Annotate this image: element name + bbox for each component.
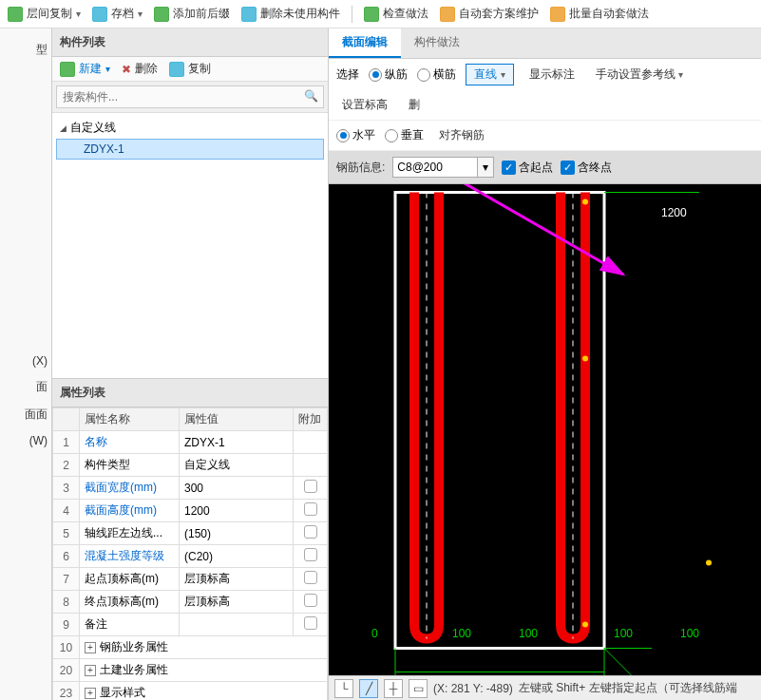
checkbox[interactable] bbox=[304, 594, 317, 607]
layer-copy-icon bbox=[8, 7, 23, 22]
checkbox[interactable] bbox=[304, 480, 317, 493]
table-row[interactable]: 3截面宽度(mm)300 bbox=[53, 477, 328, 500]
radio-horizontal[interactable]: 水平 bbox=[336, 127, 375, 143]
property-table: 属性名称 属性值 附加 1名称ZDYX-12构件类型自定义线3截面宽度(mm)3… bbox=[52, 407, 328, 700]
include-end-check[interactable]: ✓含终点 bbox=[561, 160, 612, 176]
rebar-info-label: 钢筋信息: bbox=[336, 160, 385, 176]
table-row[interactable]: 1名称ZDYX-1 bbox=[53, 431, 328, 454]
sidebar-row[interactable]: 面面 bbox=[0, 401, 51, 428]
status-tool-3[interactable]: ┼ bbox=[384, 679, 403, 698]
tree-parent[interactable]: 自定义线 bbox=[56, 117, 324, 139]
tree-child-selected[interactable]: ZDYX-1 bbox=[56, 139, 324, 160]
table-row[interactable]: 7起点顶标高(m)层顶标高 bbox=[53, 568, 328, 591]
sidebar-row[interactable]: 型 bbox=[0, 36, 51, 64]
archive-button[interactable]: 存档▾ bbox=[92, 6, 143, 22]
batch-auto-button[interactable]: 批量自动套做法 bbox=[550, 6, 649, 22]
status-tool-2[interactable]: ╱ bbox=[359, 679, 378, 698]
svg-text:100: 100 bbox=[614, 627, 633, 640]
include-start-check[interactable]: ✓含起点 bbox=[502, 160, 553, 176]
right-tabs: 截面编辑 构件做法 bbox=[329, 28, 761, 59]
copy-button[interactable]: 复制 bbox=[169, 61, 211, 77]
table-row[interactable]: 5轴线距左边线...(150) bbox=[53, 522, 328, 545]
delete-unused-icon bbox=[241, 7, 257, 22]
tab-component-method[interactable]: 构件做法 bbox=[401, 28, 473, 58]
checkbox[interactable] bbox=[304, 502, 317, 516]
show-mark-button[interactable]: 显示标注 bbox=[523, 65, 580, 85]
new-button[interactable]: 新建▾ bbox=[60, 61, 110, 77]
search-input[interactable] bbox=[56, 85, 324, 108]
checkbox[interactable] bbox=[304, 571, 317, 584]
table-row[interactable]: 2构件类型自定义线 bbox=[53, 454, 328, 477]
table-row[interactable]: 4截面高度(mm)1200 bbox=[53, 500, 328, 522]
rebar-info-row: 钢筋信息: ▾ ✓含起点 ✓含终点 bbox=[329, 151, 761, 184]
control-row-2: 水平 垂直 对齐钢筋 bbox=[329, 121, 761, 151]
check-icon bbox=[364, 7, 379, 22]
col-add: 附加 bbox=[294, 408, 328, 431]
checkbox[interactable] bbox=[304, 616, 317, 630]
svg-text:0: 0 bbox=[371, 627, 378, 640]
delete-right-button[interactable]: 删 bbox=[403, 95, 426, 115]
select-label[interactable]: 选择 bbox=[336, 66, 359, 83]
main-toolbar: 层间复制▾ 存档▾ 添加前后缀 删除未使用构件 检查做法 自动套方案维护 批量自… bbox=[0, 0, 761, 28]
search-icon[interactable]: 🔍 bbox=[304, 89, 318, 103]
rebar-info-input[interactable] bbox=[392, 157, 478, 178]
left-sidebar: 型 (X) 面 面面 (W) bbox=[0, 28, 52, 700]
radio-vertical[interactable]: 垂直 bbox=[385, 127, 424, 143]
table-row[interactable]: 10+钢筋业务属性 bbox=[53, 636, 328, 659]
status-bar: └ ╱ ┼ ▭ (X: 281 Y: -489) 左键或 Shift+ 左键指定… bbox=[329, 675, 761, 700]
prefix-icon bbox=[154, 7, 169, 22]
drawing-canvas[interactable]: 0 100 100 100 100 1200 bbox=[329, 184, 761, 675]
svg-point-10 bbox=[582, 356, 588, 362]
table-row[interactable]: 6混凝土强度等级(C20) bbox=[53, 545, 328, 568]
component-list-title: 构件列表 bbox=[52, 28, 328, 57]
new-icon bbox=[60, 62, 75, 77]
checkbox[interactable] bbox=[304, 525, 317, 539]
sidebar-row[interactable]: (X) bbox=[0, 349, 51, 373]
delete-unused-button[interactable]: 删除未使用构件 bbox=[241, 6, 340, 22]
property-list-title: 属性列表 bbox=[52, 379, 328, 407]
control-row-1: 选择 纵筋 横筋 直线▾ 显示标注 手动设置参考线 ▾ 设置标高 删 bbox=[329, 59, 761, 121]
manual-ref-button[interactable]: 手动设置参考线 ▾ bbox=[590, 65, 689, 85]
auto-sleeve-button[interactable]: 自动套方案维护 bbox=[440, 6, 539, 22]
align-rebar-button[interactable]: 对齐钢筋 bbox=[433, 125, 490, 145]
svg-point-12 bbox=[706, 560, 712, 566]
layer-copy-button[interactable]: 层间复制▾ bbox=[8, 6, 81, 22]
col-name: 属性名称 bbox=[80, 408, 180, 431]
svg-line-3 bbox=[604, 649, 652, 676]
radio-hbar[interactable]: 横筋 bbox=[417, 66, 456, 83]
col-val: 属性值 bbox=[180, 408, 294, 431]
table-row[interactable]: 8终点顶标高(m)层顶标高 bbox=[53, 591, 328, 614]
table-row[interactable]: 23+显示样式 bbox=[53, 682, 328, 701]
checkbox[interactable] bbox=[304, 548, 317, 561]
component-tree: 自定义线 ZDYX-1 bbox=[52, 113, 328, 379]
table-row[interactable]: 20+土建业务属性 bbox=[53, 659, 328, 682]
svg-point-9 bbox=[582, 199, 588, 205]
sidebar-row[interactable]: (W) bbox=[0, 428, 51, 453]
status-hint: 左键或 Shift+ 左键指定起点（可选择线筋端 bbox=[519, 680, 737, 696]
add-prefix-button[interactable]: 添加前后缀 bbox=[154, 6, 230, 22]
check-method-button[interactable]: 检查做法 bbox=[364, 6, 428, 22]
svg-text:100: 100 bbox=[519, 627, 538, 640]
set-elev-button[interactable]: 设置标高 bbox=[336, 95, 393, 115]
coord-display: (X: 281 Y: -489) bbox=[433, 682, 513, 695]
copy-icon bbox=[169, 62, 184, 77]
tab-section-edit[interactable]: 截面编辑 bbox=[329, 28, 401, 58]
rebar-combo-caret[interactable]: ▾ bbox=[478, 157, 494, 178]
search-box: 🔍 bbox=[52, 82, 328, 113]
line-dropdown[interactable]: 直线▾ bbox=[466, 64, 514, 85]
archive-icon bbox=[92, 7, 107, 22]
component-toolbar: 新建▾ ✖删除 复制 bbox=[52, 57, 328, 82]
radio-vbar[interactable]: 纵筋 bbox=[369, 66, 408, 83]
svg-text:100: 100 bbox=[452, 627, 471, 640]
svg-point-11 bbox=[582, 622, 588, 628]
batch-icon bbox=[550, 7, 565, 22]
status-tool-1[interactable]: └ bbox=[334, 679, 353, 698]
dimension-label: 1200 bbox=[661, 206, 687, 219]
svg-text:100: 100 bbox=[680, 627, 699, 640]
delete-button[interactable]: ✖删除 bbox=[122, 61, 158, 77]
auto-sleeve-icon bbox=[440, 7, 455, 22]
sidebar-row[interactable]: 面 bbox=[0, 373, 51, 401]
status-tool-4[interactable]: ▭ bbox=[409, 679, 428, 698]
table-row[interactable]: 9备注 bbox=[53, 614, 328, 636]
